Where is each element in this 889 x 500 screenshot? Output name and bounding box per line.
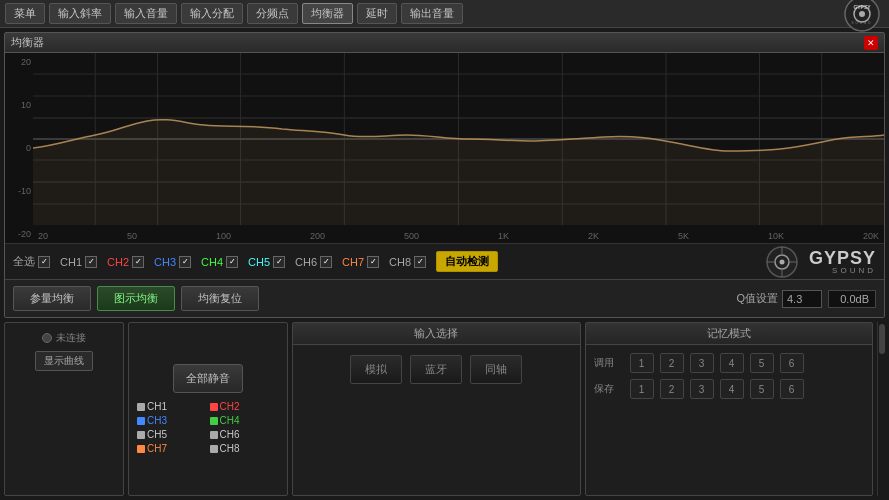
ch4-dot xyxy=(210,417,218,425)
eq-logo: GYPSY SOUND xyxy=(760,246,876,278)
ch-grid-ch5[interactable]: CH5 xyxy=(137,429,207,440)
equalizer-btn[interactable]: 均衡器 xyxy=(302,3,353,24)
graphic-btn[interactable]: 图示均衡 xyxy=(97,286,175,311)
eq-logo-text: GYPSY SOUND xyxy=(809,249,876,275)
mute-all-btn[interactable]: 全部静音 xyxy=(173,364,243,393)
ch8-dot xyxy=(210,445,218,453)
analog-btn[interactable]: 模拟 xyxy=(350,355,402,384)
delay-btn[interactable]: 延时 xyxy=(357,3,397,24)
ch-row: 全选 CH1 CH2 CH3 CH4 xyxy=(5,243,884,279)
connection-dot xyxy=(42,333,52,343)
store-slot-2[interactable]: 2 xyxy=(660,379,684,399)
store-slot-6[interactable]: 6 xyxy=(780,379,804,399)
svg-text:SOUND: SOUND xyxy=(852,21,873,25)
ch3-dot xyxy=(137,417,145,425)
input-panel: 输入选择 模拟 蓝牙 同轴 xyxy=(292,322,581,496)
ch1-item[interactable]: CH1 xyxy=(60,256,97,268)
eq-window: 均衡器 ✕ 20 10 0 -10 -20 xyxy=(4,32,885,318)
svg-text:GYPSY: GYPSY xyxy=(853,4,871,10)
store-slot-3[interactable]: 3 xyxy=(690,379,714,399)
ch1-checkbox[interactable] xyxy=(85,256,97,268)
store-slot-4[interactable]: 4 xyxy=(720,379,744,399)
input-volume-btn[interactable]: 输入音量 xyxy=(115,3,177,24)
ch7-dot xyxy=(137,445,145,453)
freq-points-btn[interactable]: 分频点 xyxy=(247,3,298,24)
ch5-dot xyxy=(137,431,145,439)
ch2-item[interactable]: CH2 xyxy=(107,256,144,268)
scrollbar[interactable] xyxy=(877,322,885,496)
memory-slot-6[interactable]: 6 xyxy=(780,353,804,373)
db-display: 0.0dB xyxy=(828,290,876,308)
ch-all-checkbox[interactable] xyxy=(38,256,50,268)
menu-bar: 菜单 输入斜率 输入音量 输入分配 分频点 均衡器 延时 输出音量 GYPSY … xyxy=(0,0,889,28)
eq-svg-grid xyxy=(33,53,884,225)
ch6-checkbox[interactable] xyxy=(320,256,332,268)
svg-point-25 xyxy=(779,259,784,264)
eq-chart: 20 10 0 -10 -20 xyxy=(5,53,884,243)
bluetooth-btn[interactable]: 蓝牙 xyxy=(410,355,462,384)
eq-x-axis: 20 50 100 200 500 1K 2K 5K 10K 20K xyxy=(33,231,884,241)
ch-all[interactable]: 全选 xyxy=(13,254,50,269)
ch-grid-ch1[interactable]: CH1 xyxy=(137,401,207,412)
scrollbar-thumb[interactable] xyxy=(879,324,885,354)
ch7-checkbox[interactable] xyxy=(367,256,379,268)
ch4-checkbox[interactable] xyxy=(226,256,238,268)
logo-top: GYPSY SOUND xyxy=(840,0,884,32)
ch2-dot xyxy=(210,403,218,411)
show-curve-btn[interactable]: 显示曲线 xyxy=(35,351,93,371)
ch1-dot xyxy=(137,403,145,411)
output-volume-btn[interactable]: 输出音量 xyxy=(401,3,463,24)
memory-panel: 记忆模式 调用 1 2 3 4 5 6 保存 1 2 3 4 5 xyxy=(585,322,874,496)
memory-content: 调用 1 2 3 4 5 6 保存 1 2 3 4 5 6 xyxy=(586,345,873,407)
ch6-dot xyxy=(210,431,218,439)
store-slot-5[interactable]: 5 xyxy=(750,379,774,399)
ch-grid-ch2[interactable]: CH2 xyxy=(210,401,280,412)
connection-indicator: 未连接 xyxy=(42,331,86,345)
ch4-item[interactable]: CH4 xyxy=(201,256,238,268)
ch7-item[interactable]: CH7 xyxy=(342,256,379,268)
ch-grid-ch3[interactable]: CH3 xyxy=(137,415,207,426)
memory-row-2: 保存 1 2 3 4 5 6 xyxy=(594,379,865,399)
q-input[interactable] xyxy=(782,290,822,308)
memory-slot-3[interactable]: 3 xyxy=(690,353,714,373)
balance-btn[interactable]: 参量均衡 xyxy=(13,286,91,311)
ch2-checkbox[interactable] xyxy=(132,256,144,268)
eq-title: 均衡器 xyxy=(11,35,44,50)
auto-detect-btn[interactable]: 自动检测 xyxy=(436,251,498,272)
menu-label: 菜单 xyxy=(5,3,45,24)
q-label: Q值设置 xyxy=(736,291,778,306)
controls-row: 参量均衡 图示均衡 均衡复位 Q值设置 0.0dB xyxy=(5,279,884,317)
ch8-item[interactable]: CH8 xyxy=(389,256,426,268)
left-panel: 未连接 显示曲线 xyxy=(4,322,124,496)
ch3-checkbox[interactable] xyxy=(179,256,191,268)
memory-slot-1[interactable]: 1 xyxy=(630,353,654,373)
mute-panel: 全部静音 CH1 CH2 CH3 CH4 xyxy=(128,322,288,496)
input-panel-content: 模拟 蓝牙 同轴 xyxy=(293,345,580,394)
memory-slot-2[interactable]: 2 xyxy=(660,353,684,373)
memory-slot-5[interactable]: 5 xyxy=(750,353,774,373)
ch-grid-ch8[interactable]: CH8 xyxy=(210,443,280,454)
input-panel-title: 输入选择 xyxy=(293,323,580,345)
ch6-item[interactable]: CH6 xyxy=(295,256,332,268)
reset-btn[interactable]: 均衡复位 xyxy=(181,286,259,311)
ch5-item[interactable]: CH5 xyxy=(248,256,285,268)
input-dist-btn[interactable]: 输入分配 xyxy=(181,3,243,24)
input-slope-btn[interactable]: 输入斜率 xyxy=(49,3,111,24)
close-btn[interactable]: ✕ xyxy=(864,36,878,50)
coaxial-btn[interactable]: 同轴 xyxy=(470,355,522,384)
connection-label: 未连接 xyxy=(56,331,86,345)
bottom-section: 未连接 显示曲线 全部静音 CH1 CH2 CH3 xyxy=(4,322,885,496)
ch3-item[interactable]: CH3 xyxy=(154,256,191,268)
eq-titlebar: 均衡器 ✕ xyxy=(5,33,884,53)
ch5-checkbox[interactable] xyxy=(273,256,285,268)
svg-point-2 xyxy=(859,11,865,17)
ch-grid-ch4[interactable]: CH4 xyxy=(210,415,280,426)
gypsy-logo-icon: GYPSY SOUND xyxy=(840,0,884,32)
memory-row-1: 调用 1 2 3 4 5 6 xyxy=(594,353,865,373)
store-label: 保存 xyxy=(594,382,624,396)
memory-slot-4[interactable]: 4 xyxy=(720,353,744,373)
ch-grid-ch6[interactable]: CH6 xyxy=(210,429,280,440)
store-slot-1[interactable]: 1 xyxy=(630,379,654,399)
ch-grid-ch7[interactable]: CH7 xyxy=(137,443,207,454)
ch8-checkbox[interactable] xyxy=(414,256,426,268)
